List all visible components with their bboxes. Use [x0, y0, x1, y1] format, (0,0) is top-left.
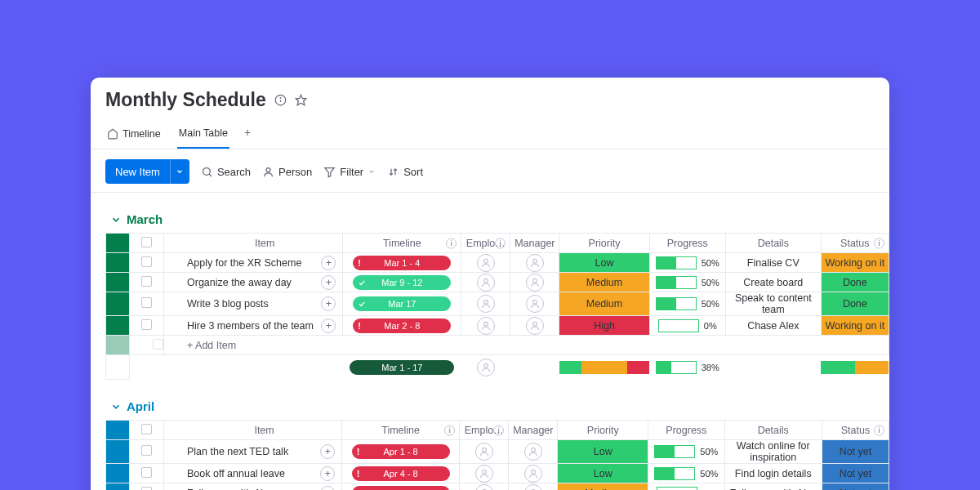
- manager-cell[interactable]: [510, 253, 559, 273]
- col-timeline[interactable]: Timelinei: [343, 234, 461, 253]
- priority-cell[interactable]: Medium: [559, 292, 649, 316]
- sort-button[interactable]: Sort: [387, 166, 423, 178]
- timeline-cell[interactable]: !Mar 1 - 4: [343, 253, 461, 273]
- add-update-icon[interactable]: +: [321, 275, 336, 290]
- add-view-button[interactable]: +: [244, 126, 251, 145]
- status-cell[interactable]: Not yet: [822, 483, 889, 491]
- group-header[interactable]: April: [91, 380, 889, 420]
- progress-cell[interactable]: 50%: [649, 273, 725, 292]
- progress-cell[interactable]: 50%: [648, 464, 724, 483]
- col-employee[interactable]: Emplo…i: [461, 234, 510, 253]
- col-priority[interactable]: Priority: [559, 234, 649, 253]
- status-cell[interactable]: Not yet: [822, 440, 889, 464]
- progress-cell[interactable]: 50%: [649, 292, 725, 316]
- column-info-icon[interactable]: i: [874, 238, 884, 248]
- person-avatar[interactable]: [477, 274, 495, 292]
- col-manager[interactable]: Manager: [510, 234, 559, 253]
- table-row[interactable]: Follow up with Alex + !Mar 8 - 16 Medium…: [106, 483, 889, 491]
- filter-button[interactable]: Filter: [323, 166, 376, 178]
- details-cell[interactable]: Chase Alex: [725, 316, 821, 336]
- col-details[interactable]: Details: [725, 234, 821, 253]
- item-name-cell[interactable]: Plan the next TED talk +: [164, 440, 342, 464]
- row-checkbox[interactable]: [130, 464, 164, 483]
- person-button[interactable]: Person: [262, 166, 312, 178]
- row-checkbox[interactable]: [130, 253, 164, 273]
- status-cell[interactable]: Working on it: [821, 253, 889, 273]
- row-checkbox[interactable]: [130, 316, 164, 336]
- employee-cell[interactable]: [461, 253, 510, 273]
- timeline-cell[interactable]: Mar 9 - 12: [343, 273, 461, 292]
- col-manager[interactable]: Manager: [509, 421, 558, 440]
- item-name-cell[interactable]: Book off annual leave +: [164, 464, 342, 483]
- col-item[interactable]: Item: [164, 234, 343, 253]
- col-item[interactable]: Item: [164, 421, 342, 440]
- person-avatar[interactable]: [526, 254, 544, 272]
- search-button[interactable]: Search: [201, 166, 251, 178]
- column-info-icon[interactable]: i: [444, 425, 455, 435]
- row-checkbox[interactable]: [130, 273, 164, 292]
- manager-cell[interactable]: [509, 464, 558, 483]
- employee-cell[interactable]: [460, 440, 509, 464]
- row-checkbox[interactable]: [130, 440, 164, 464]
- person-avatar[interactable]: [477, 295, 495, 313]
- details-cell[interactable]: Speak to content team: [725, 292, 821, 316]
- timeline-cell[interactable]: !Mar 2 - 8: [343, 316, 461, 336]
- status-cell[interactable]: Not yet: [822, 464, 889, 483]
- details-cell[interactable]: Watch online for inspiration: [724, 440, 822, 464]
- progress-cell[interactable]: 50%: [649, 253, 725, 273]
- details-cell[interactable]: Find login details: [724, 464, 822, 483]
- manager-cell[interactable]: [510, 273, 559, 292]
- manager-cell[interactable]: [509, 483, 558, 491]
- details-cell[interactable]: Finalise CV: [725, 253, 821, 273]
- details-cell[interactable]: Create board: [725, 273, 821, 292]
- person-avatar[interactable]: [524, 443, 542, 461]
- item-name-cell[interactable]: Follow up with Alex +: [164, 483, 342, 491]
- person-avatar[interactable]: [526, 317, 544, 335]
- add-update-icon[interactable]: +: [320, 444, 335, 459]
- status-cell[interactable]: Working on it: [821, 316, 889, 336]
- table-row[interactable]: Write 3 blog posts + Mar 17 Medium 50% S…: [106, 292, 889, 316]
- person-avatar[interactable]: [475, 443, 493, 461]
- progress-cell[interactable]: 0%: [648, 483, 724, 491]
- priority-cell[interactable]: Low: [559, 253, 649, 273]
- employee-cell[interactable]: [461, 273, 510, 292]
- col-status[interactable]: Statusi: [822, 421, 889, 440]
- select-all-checkbox[interactable]: [130, 421, 164, 440]
- column-info-icon[interactable]: i: [495, 238, 506, 248]
- add-update-icon[interactable]: +: [320, 466, 335, 481]
- col-timeline[interactable]: Timelinei: [342, 421, 460, 440]
- table-row[interactable]: Organize the away day + Mar 9 - 12 Mediu…: [106, 273, 889, 292]
- group-header[interactable]: March: [91, 193, 889, 233]
- item-name-cell[interactable]: Organize the away day +: [164, 273, 343, 292]
- timeline-cell[interactable]: Mar 17: [343, 292, 461, 316]
- column-info-icon[interactable]: i: [493, 425, 504, 435]
- table-row[interactable]: Apply for the XR Scheme + !Mar 1 - 4 Low…: [106, 253, 889, 273]
- table-row[interactable]: Book off annual leave + !Apr 4 - 8 Low 5…: [106, 464, 889, 483]
- employee-cell[interactable]: [460, 464, 509, 483]
- employee-cell[interactable]: [461, 316, 510, 336]
- column-info-icon[interactable]: i: [874, 425, 884, 435]
- row-checkbox[interactable]: [130, 292, 164, 316]
- info-icon[interactable]: [274, 94, 287, 106]
- col-priority[interactable]: Priority: [558, 421, 648, 440]
- add-update-icon[interactable]: +: [321, 296, 336, 311]
- item-name-cell[interactable]: Apply for the XR Scheme +: [164, 253, 343, 273]
- table-row[interactable]: Plan the next TED talk + !Apr 1 - 8 Low …: [106, 440, 889, 464]
- column-info-icon[interactable]: i: [446, 238, 457, 248]
- manager-cell[interactable]: [510, 316, 559, 336]
- col-details[interactable]: Details: [724, 421, 822, 440]
- person-avatar[interactable]: [526, 274, 544, 292]
- person-avatar[interactable]: [524, 484, 542, 491]
- col-status[interactable]: Statusi: [821, 234, 889, 253]
- timeline-cell[interactable]: !Mar 8 - 16: [342, 483, 460, 491]
- progress-cell[interactable]: 0%: [649, 316, 725, 336]
- table-row[interactable]: Hire 3 members of the team + !Mar 2 - 8 …: [106, 316, 889, 336]
- row-checkbox[interactable]: [130, 483, 164, 491]
- status-cell[interactable]: Done: [821, 273, 889, 292]
- person-avatar[interactable]: [526, 295, 544, 313]
- person-avatar[interactable]: [477, 254, 495, 272]
- manager-cell[interactable]: [510, 292, 559, 316]
- person-avatar[interactable]: [475, 484, 493, 491]
- col-employee[interactable]: Emplo…i: [460, 421, 509, 440]
- add-update-icon[interactable]: +: [321, 256, 336, 270]
